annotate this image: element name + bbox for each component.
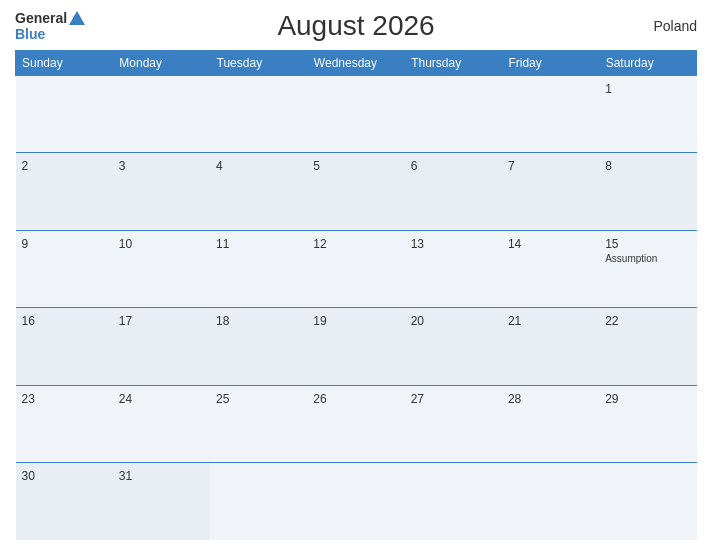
day-number: 25	[216, 392, 301, 406]
week-row-3: 16171819202122	[16, 308, 697, 385]
calendar-cell: 3	[113, 153, 210, 230]
calendar-cell: 14	[502, 230, 599, 307]
logo-blue-text: Blue	[15, 26, 45, 42]
week-row-5: 3031	[16, 463, 697, 540]
calendar-cell: 25	[210, 385, 307, 462]
day-number: 24	[119, 392, 204, 406]
day-number: 27	[411, 392, 496, 406]
calendar-cell: 9	[16, 230, 113, 307]
day-number: 22	[605, 314, 690, 328]
day-number: 12	[313, 237, 398, 251]
day-number: 13	[411, 237, 496, 251]
calendar-cell	[307, 76, 404, 153]
week-row-0: 1	[16, 76, 697, 153]
calendar-cell: 13	[405, 230, 502, 307]
day-number: 29	[605, 392, 690, 406]
day-number: 28	[508, 392, 593, 406]
weekday-saturday: Saturday	[599, 51, 696, 76]
week-row-4: 23242526272829	[16, 385, 697, 462]
calendar-cell: 16	[16, 308, 113, 385]
calendar-cell	[210, 76, 307, 153]
day-number: 23	[22, 392, 107, 406]
calendar-cell: 1	[599, 76, 696, 153]
calendar-cell	[16, 76, 113, 153]
day-number: 3	[119, 159, 204, 173]
calendar-title: August 2026	[277, 10, 434, 42]
day-event: Assumption	[605, 253, 690, 264]
calendar-table: SundayMondayTuesdayWednesdayThursdayFrid…	[15, 50, 697, 540]
calendar-cell: 29	[599, 385, 696, 462]
calendar-cell: 21	[502, 308, 599, 385]
calendar-cell: 18	[210, 308, 307, 385]
day-number: 20	[411, 314, 496, 328]
day-number: 19	[313, 314, 398, 328]
logo: General Blue	[15, 10, 85, 42]
weekday-tuesday: Tuesday	[210, 51, 307, 76]
calendar-cell: 12	[307, 230, 404, 307]
weekday-friday: Friday	[502, 51, 599, 76]
day-number: 2	[22, 159, 107, 173]
calendar-cell	[113, 76, 210, 153]
calendar-header: General Blue August 2026 Poland	[15, 10, 697, 42]
calendar-cell: 11	[210, 230, 307, 307]
calendar-cell: 20	[405, 308, 502, 385]
day-number: 10	[119, 237, 204, 251]
weekday-thursday: Thursday	[405, 51, 502, 76]
calendar-cell	[502, 76, 599, 153]
calendar-cell: 4	[210, 153, 307, 230]
calendar-cell: 19	[307, 308, 404, 385]
calendar-cell: 6	[405, 153, 502, 230]
calendar-cell: 5	[307, 153, 404, 230]
logo-triangle-icon	[69, 11, 85, 25]
day-number: 14	[508, 237, 593, 251]
day-number: 1	[605, 82, 690, 96]
day-number: 15	[605, 237, 690, 251]
day-number: 30	[22, 469, 107, 483]
calendar-cell	[307, 463, 404, 540]
calendar-cell: 2	[16, 153, 113, 230]
day-number: 26	[313, 392, 398, 406]
country-label: Poland	[653, 18, 697, 34]
day-number: 18	[216, 314, 301, 328]
day-number: 6	[411, 159, 496, 173]
week-row-2: 9101112131415Assumption	[16, 230, 697, 307]
calendar-cell: 23	[16, 385, 113, 462]
day-number: 7	[508, 159, 593, 173]
day-number: 8	[605, 159, 690, 173]
weekday-sunday: Sunday	[16, 51, 113, 76]
day-number: 21	[508, 314, 593, 328]
day-number: 11	[216, 237, 301, 251]
day-number: 5	[313, 159, 398, 173]
calendar-cell	[599, 463, 696, 540]
calendar-cell: 31	[113, 463, 210, 540]
logo-general-text: General	[15, 10, 67, 26]
calendar-cell	[405, 463, 502, 540]
calendar-cell: 22	[599, 308, 696, 385]
day-number: 9	[22, 237, 107, 251]
calendar-cell: 7	[502, 153, 599, 230]
day-number: 4	[216, 159, 301, 173]
calendar-cell: 15Assumption	[599, 230, 696, 307]
day-number: 31	[119, 469, 204, 483]
day-number: 16	[22, 314, 107, 328]
weekday-header-row: SundayMondayTuesdayWednesdayThursdayFrid…	[16, 51, 697, 76]
weekday-monday: Monday	[113, 51, 210, 76]
week-row-1: 2345678	[16, 153, 697, 230]
calendar-cell: 10	[113, 230, 210, 307]
calendar-cell: 24	[113, 385, 210, 462]
calendar-cell: 30	[16, 463, 113, 540]
calendar-cell: 8	[599, 153, 696, 230]
calendar-cell: 27	[405, 385, 502, 462]
calendar-cell: 17	[113, 308, 210, 385]
day-number: 17	[119, 314, 204, 328]
calendar-cell	[210, 463, 307, 540]
calendar-cell: 28	[502, 385, 599, 462]
calendar-cell	[502, 463, 599, 540]
calendar-cell	[405, 76, 502, 153]
weekday-wednesday: Wednesday	[307, 51, 404, 76]
calendar-cell: 26	[307, 385, 404, 462]
